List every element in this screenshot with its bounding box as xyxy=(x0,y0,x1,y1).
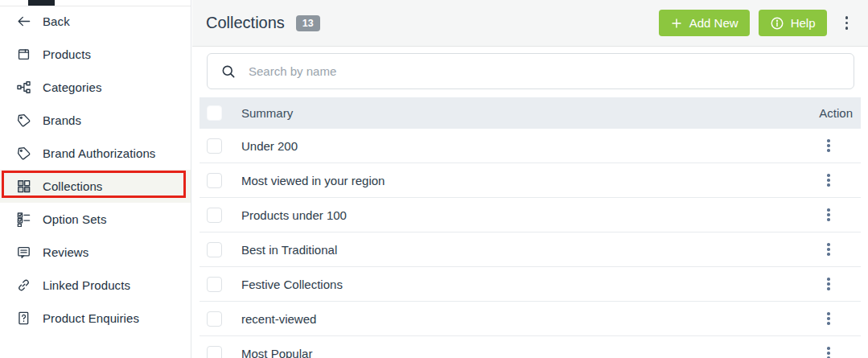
sidebar-item-label: Linked Products xyxy=(43,278,130,292)
help-label: Help xyxy=(791,16,816,30)
select-all-checkbox[interactable] xyxy=(207,105,222,121)
page-header: Collections 13 Add New Help xyxy=(192,0,868,47)
main-panel: Collections 13 Add New Help Summ xyxy=(192,0,868,358)
sidebar-item-reviews[interactable]: Reviews xyxy=(0,236,191,269)
sidebar-item-label: Categories xyxy=(43,80,102,94)
sidebar-nav: Back Products Categories Brands xyxy=(0,5,191,335)
row-actions-kebab-icon[interactable] xyxy=(821,136,837,155)
header-kebab-menu-icon[interactable] xyxy=(841,13,854,33)
question-document-icon xyxy=(16,311,31,326)
row-actions-kebab-icon[interactable] xyxy=(821,205,837,224)
row-actions-kebab-icon[interactable] xyxy=(821,309,837,328)
collection-name: Best in Traditional xyxy=(241,243,785,257)
row-checkbox[interactable] xyxy=(207,173,222,188)
table-row[interactable]: Most Popular xyxy=(200,336,861,358)
sidebar-item-label: Reviews xyxy=(43,245,88,259)
table-row[interactable]: Best in Traditional xyxy=(200,232,861,267)
sidebar-item-products[interactable]: Products xyxy=(0,38,191,71)
row-checkbox[interactable] xyxy=(207,346,222,358)
search-icon xyxy=(220,64,237,80)
collections-table: Summary Action Under 200 Most viewed in … xyxy=(200,97,861,358)
page-title: Collections xyxy=(206,14,285,32)
sidebar-item-option-sets[interactable]: Option Sets xyxy=(0,203,191,236)
row-checkbox[interactable] xyxy=(207,208,222,223)
row-checkbox[interactable] xyxy=(207,277,222,292)
row-actions-kebab-icon[interactable] xyxy=(821,171,837,190)
row-checkbox[interactable] xyxy=(207,242,222,257)
sidebar-item-back[interactable]: Back xyxy=(0,5,191,38)
table-row[interactable]: Festive Collections xyxy=(200,267,861,302)
table-row[interactable]: Most viewed in your region xyxy=(200,163,861,198)
collection-name: Most Popular xyxy=(241,347,785,358)
sidebar-item-label: Product Enquiries xyxy=(43,311,139,325)
collection-name: Festive Collections xyxy=(241,278,785,291)
checklist-icon xyxy=(16,212,31,227)
comment-icon xyxy=(16,245,31,260)
app-window: Back Products Categories Brands xyxy=(0,0,868,358)
collection-name: recent-viewed xyxy=(241,312,785,326)
tag-icon xyxy=(16,146,31,161)
sidebar-item-brands[interactable]: Brands xyxy=(0,104,191,137)
sidebar-item-label: Collections xyxy=(43,179,102,193)
header-actions: Add New Help xyxy=(659,10,853,36)
table-row[interactable]: Under 200 xyxy=(200,129,861,163)
table-row[interactable]: Products under 100 xyxy=(200,198,861,232)
collection-name: Most viewed in your region xyxy=(241,174,785,187)
add-new-label: Add New xyxy=(689,16,738,30)
help-button[interactable]: Help xyxy=(759,10,827,36)
sidebar-item-product-enquiries[interactable]: Product Enquiries xyxy=(0,302,191,335)
column-header-action: Action xyxy=(804,106,853,120)
search-input[interactable] xyxy=(249,64,841,78)
count-badge: 13 xyxy=(296,15,320,31)
sidebar-item-label: Brand Authorizations xyxy=(43,146,155,160)
collections-grid-icon xyxy=(16,179,31,194)
search-bar xyxy=(207,53,854,89)
collection-name: Under 200 xyxy=(241,139,785,153)
row-checkbox[interactable] xyxy=(207,138,222,154)
sidebar-item-label: Option Sets xyxy=(43,212,106,226)
info-icon xyxy=(770,16,784,31)
sidebar-item-label: Back xyxy=(43,14,70,28)
sidebar-item-label: Brands xyxy=(43,113,81,127)
plus-icon xyxy=(670,17,683,30)
back-arrow-icon xyxy=(16,14,31,29)
collection-name: Products under 100 xyxy=(241,208,785,222)
category-tree-icon xyxy=(16,80,31,95)
add-new-button[interactable]: Add New xyxy=(659,10,750,36)
column-header-summary: Summary xyxy=(241,106,785,120)
sidebar: Back Products Categories Brands xyxy=(0,0,191,358)
link-icon xyxy=(16,278,31,293)
sidebar-item-linked-products[interactable]: Linked Products xyxy=(0,269,191,302)
package-icon xyxy=(16,47,31,62)
row-actions-kebab-icon[interactable] xyxy=(821,240,837,259)
row-checkbox[interactable] xyxy=(207,311,222,327)
row-actions-kebab-icon[interactable] xyxy=(821,274,837,294)
row-actions-kebab-icon[interactable] xyxy=(821,344,837,358)
table-header-row: Summary Action xyxy=(200,97,861,129)
sidebar-item-collections[interactable]: Collections xyxy=(0,170,191,203)
sidebar-item-label: Products xyxy=(43,47,91,61)
sidebar-item-brand-authorizations[interactable]: Brand Authorizations xyxy=(0,137,191,170)
table-row[interactable]: recent-viewed xyxy=(200,302,861,336)
tag-icon xyxy=(16,113,31,128)
sidebar-item-categories[interactable]: Categories xyxy=(0,71,191,104)
